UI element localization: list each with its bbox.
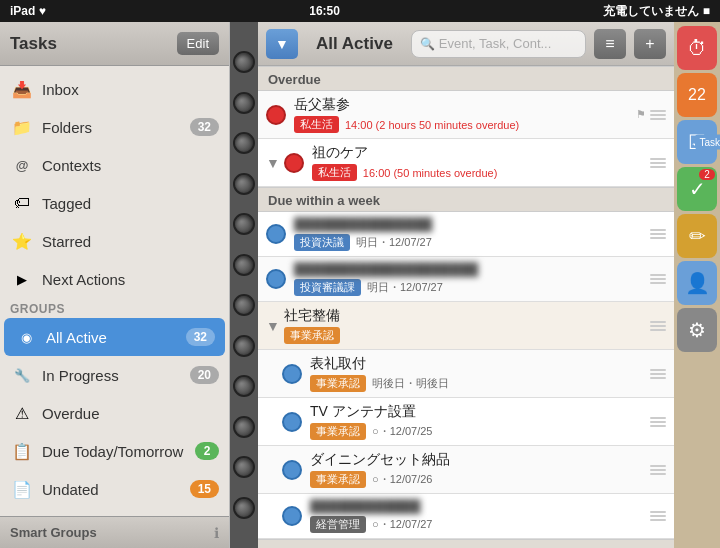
task-meta: 投資審議課 明日・12/07/27 <box>294 279 646 296</box>
pencil-icon: ✏ <box>689 224 706 248</box>
tab-clock[interactable]: ⏱ <box>677 26 717 70</box>
task-meta: 事業承認 明後日・明後日 <box>310 375 646 392</box>
sidebar-item-due-today[interactable]: 📋 Due Today/Tomorrow 2 <box>0 432 229 470</box>
sidebar-item-all-active[interactable]: ◉ All Active 32 <box>4 318 225 356</box>
inbox-icon: 📥 <box>10 77 34 101</box>
sidebar-header: Tasks Edit <box>0 22 229 66</box>
sidebar-item-overdue[interactable]: ⚠ Overdue <box>0 394 229 432</box>
sidebar-item-inbox[interactable]: 📥 Inbox <box>0 70 229 108</box>
task-content: ███████████████ 投資決議 明日・12/07/27 <box>294 217 646 251</box>
smart-groups-label: Smart Groups <box>10 525 97 540</box>
task-row[interactable]: 表礼取付 事業承認 明後日・明後日 <box>258 350 674 398</box>
section-due-30: Due within 30 days <box>258 539 674 548</box>
status-left: iPad ♥ <box>10 4 46 18</box>
task-tag: 事業承認 <box>310 375 366 392</box>
task-content: 表礼取付 事業承認 明後日・明後日 <box>310 355 646 392</box>
sidebar-item-completed-today[interactable]: ☑ Completed Today <box>0 508 229 516</box>
expand-icon: ▼ <box>266 318 280 334</box>
all-active-icon: ◉ <box>14 325 38 349</box>
add-button[interactable]: + <box>634 29 666 59</box>
task-tag: 投資審議課 <box>294 279 361 296</box>
right-tabs: ⏱ 22 ☑ Tasks ✓ 2 ✏ 👤 ⚙ <box>674 22 720 548</box>
overdue-icon: ⚠ <box>10 401 34 425</box>
task-handle <box>650 226 666 242</box>
task-row[interactable]: ダイニングセット納品 事業承認 ○・12/07/26 <box>258 446 674 494</box>
task-indicator-red <box>284 153 304 173</box>
sidebar-item-in-progress[interactable]: 🔧 In Progress 20 <box>0 356 229 394</box>
task-date: ○・12/07/25 <box>372 424 432 439</box>
all-active-badge: 32 <box>186 328 215 346</box>
sidebar-item-folders[interactable]: 📁 Folders 32 <box>0 108 229 146</box>
search-icon: 🔍 <box>420 37 435 51</box>
in-progress-icon: 🔧 <box>10 363 34 387</box>
task-handle <box>650 155 666 171</box>
sidebar-item-label: Next Actions <box>42 271 219 288</box>
task-date: ○・12/07/27 <box>372 517 432 532</box>
task-title: TV アンテナ設置 <box>310 403 646 421</box>
task-row[interactable]: ████████████████████ 投資審議課 明日・12/07/27 <box>258 257 674 302</box>
sidebar-item-label: Due Today/Tomorrow <box>42 443 195 460</box>
ring <box>233 254 255 276</box>
task-meta: 事業承認 ○・12/07/26 <box>310 471 646 488</box>
tab-contacts[interactable]: 👤 <box>677 261 717 305</box>
task-date: 明日・12/07/27 <box>367 280 443 295</box>
task-handle <box>650 271 666 287</box>
sidebar-item-label: Tagged <box>42 195 219 212</box>
tab-check[interactable]: ✓ 2 <box>677 167 717 211</box>
task-content: 祖のケア 私生活 16:00 (50 minutes overdue) <box>312 144 646 181</box>
filter-icon: ▼ <box>275 36 289 52</box>
sidebar-item-starred[interactable]: ⭐ Starred <box>0 222 229 260</box>
groups-section-header: Groups <box>0 298 229 318</box>
sidebar-item-label: Starred <box>42 233 219 250</box>
task-meta: 事業承認 ○・12/07/25 <box>310 423 646 440</box>
search-box[interactable]: 🔍 Event, Task, Cont... <box>411 30 586 58</box>
sort-icon: ≡ <box>605 35 614 53</box>
contacts-icon: 👤 <box>685 271 710 295</box>
task-tag: 事業承認 <box>284 327 340 344</box>
tab-pencil[interactable]: ✏ <box>677 214 717 258</box>
content-title: All Active <box>316 34 393 54</box>
task-content: ████████████ 経営管理 ○・12/07/27 <box>310 499 646 533</box>
task-tag: 投資決議 <box>294 234 350 251</box>
edit-button[interactable]: Edit <box>177 32 219 55</box>
sidebar-item-label: Overdue <box>42 405 219 422</box>
task-row[interactable]: ████████████ 経営管理 ○・12/07/27 <box>258 494 674 539</box>
task-row[interactable]: ▼ 社宅整備 事業承認 <box>258 302 674 350</box>
task-row[interactable]: ███████████████ 投資決議 明日・12/07/27 <box>258 212 674 257</box>
task-title: ████████████ <box>310 499 646 514</box>
tab-calendar[interactable]: 22 <box>677 73 717 117</box>
sidebar-item-next-actions[interactable]: ▶ Next Actions <box>0 260 229 298</box>
task-meta: 経営管理 ○・12/07/27 <box>310 516 646 533</box>
sort-button[interactable]: ≡ <box>594 29 626 59</box>
task-meta: 事業承認 <box>284 327 646 344</box>
due-today-icon: 📋 <box>10 439 34 463</box>
calendar-icon: 22 <box>688 86 706 104</box>
task-content: ████████████████████ 投資審議課 明日・12/07/27 <box>294 262 646 296</box>
star-icon: ⭐ <box>10 229 34 253</box>
filter-button[interactable]: ▼ <box>266 29 298 59</box>
ring <box>233 51 255 73</box>
sidebar-item-undated[interactable]: 📄 Undated 15 <box>0 470 229 508</box>
info-icon[interactable]: ℹ <box>214 525 219 541</box>
task-indicator-blue <box>266 269 286 289</box>
sidebar-item-tagged[interactable]: 🏷 Tagged <box>0 184 229 222</box>
task-list: Overdue 岳父墓参 私生活 14:00 (2 hours 50 minut… <box>258 66 674 548</box>
status-right: 充電していません ■ <box>603 3 710 20</box>
completed-today-icon: ☑ <box>10 515 34 516</box>
sidebar-item-contexts[interactable]: @ Contexts <box>0 146 229 184</box>
task-row[interactable]: 岳父墓参 私生活 14:00 (2 hours 50 minutes overd… <box>258 91 674 139</box>
folders-icon: 📁 <box>10 115 34 139</box>
device-label: iPad ♥ <box>10 4 46 18</box>
task-row[interactable]: TV アンテナ設置 事業承認 ○・12/07/25 <box>258 398 674 446</box>
tab-settings[interactable]: ⚙ <box>677 308 717 352</box>
ring-binder <box>230 22 258 548</box>
task-date: 明後日・明後日 <box>372 376 449 391</box>
task-indicator-blue <box>282 506 302 526</box>
sidebar-item-label: Undated <box>42 481 190 498</box>
sidebar-item-label: Contexts <box>42 157 219 174</box>
tab-tasks[interactable]: ☑ Tasks <box>677 120 717 164</box>
task-indicator-blue <box>282 364 302 384</box>
task-content: TV アンテナ設置 事業承認 ○・12/07/25 <box>310 403 646 440</box>
task-row[interactable]: ▼ 祖のケア 私生活 16:00 (50 minutes overdue) <box>258 139 674 187</box>
due-today-badge: 2 <box>195 442 219 460</box>
